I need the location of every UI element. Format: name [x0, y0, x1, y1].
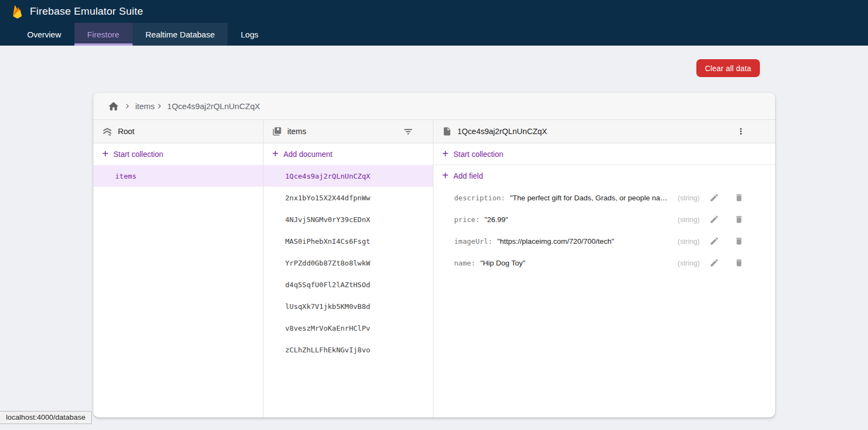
trash-icon: [734, 236, 744, 246]
document-row[interactable]: 4NJvj5NGMv0rY39cEDnX: [263, 208, 433, 230]
field-type-badge: (string): [678, 259, 700, 267]
app-title: Firebase Emulator Suite: [30, 5, 143, 17]
trash-icon: [734, 193, 744, 203]
document-row[interactable]: zCLhZhLLFhEkNGvIj8vo: [263, 339, 433, 361]
collection-panel-title: items: [287, 127, 306, 136]
kebab-menu-icon[interactable]: [736, 127, 746, 136]
breadcrumb-segment: 1Qce4s9aj2rQLnUnCZqX: [155, 102, 260, 111]
field-value: "https://placeimg.com/720/700/tech": [497, 237, 614, 245]
document-row[interactable]: d4q5SqfU0Fl2lAZtHSOd: [263, 274, 433, 295]
nav-tab[interactable]: Firestore: [74, 23, 133, 46]
field-row: price "26.99" (string): [433, 208, 775, 230]
document-row[interactable]: v8veszMrVoKaEnrHClPv: [263, 317, 433, 339]
document-icon: [442, 127, 452, 136]
breadcrumb-link[interactable]: items: [135, 102, 155, 111]
add-icon: +: [442, 148, 449, 159]
field-name: price: [454, 216, 480, 224]
document-row[interactable]: lUsqXk7V1jkb5KM0vB8d: [263, 295, 433, 317]
chevron-right-icon: [155, 102, 164, 111]
add-icon: +: [442, 170, 449, 181]
breadcrumb: items 1Qce4s9aj2rQLnUnCZqX: [93, 93, 775, 120]
add-icon: +: [272, 148, 279, 159]
collection-icon: [272, 127, 282, 136]
firestore-icon: [102, 127, 112, 137]
field-type-badge: (string): [678, 237, 700, 245]
field-row: imageUrl "https://placeimg.com/720/700/t…: [433, 230, 775, 252]
trash-icon: [734, 258, 744, 268]
add-icon: +: [102, 148, 109, 159]
document-panel-title: 1Qce4s9aj2rQLnUnCZqX: [457, 127, 547, 136]
app-header: Firebase Emulator Suite Overview Firesto…: [0, 0, 868, 46]
firebase-flame-icon: [12, 4, 23, 19]
browser-status-tooltip: localhost:4000/database: [0, 411, 92, 424]
field-value: "The perfect gift for Dads, Grads, or pe…: [510, 194, 670, 202]
clear-all-data-button[interactable]: Clear all data: [696, 59, 760, 77]
delete-field-button[interactable]: [734, 214, 744, 224]
field-type-badge: (string): [678, 216, 700, 224]
root-panel-header: Root: [93, 120, 263, 143]
pencil-icon: [709, 236, 719, 246]
document-row[interactable]: 1Qce4s9aj2rQLnUnCZqX: [263, 165, 433, 187]
field-name: imageUrl: [454, 237, 492, 245]
edit-field-button[interactable]: [709, 236, 719, 246]
nav-tab[interactable]: Logs: [228, 23, 272, 46]
document-row[interactable]: 2nx1bYo15X2X44dfpnWw: [263, 187, 433, 208]
pencil-icon: [709, 214, 719, 224]
breadcrumb-link[interactable]: 1Qce4s9aj2rQLnUnCZqX: [167, 102, 260, 111]
collection-row[interactable]: items: [93, 165, 263, 187]
field-value: "26.99": [485, 216, 508, 224]
chevron-right-icon: [123, 102, 132, 111]
breadcrumb-segment: items: [123, 102, 155, 111]
add-field-button[interactable]: + Add field: [433, 165, 775, 187]
field-value: "Hip Dog Toy": [480, 259, 525, 267]
edit-field-button[interactable]: [709, 193, 719, 203]
nav-tab[interactable]: Overview: [14, 23, 74, 46]
filter-icon[interactable]: [403, 127, 413, 137]
delete-field-button[interactable]: [734, 193, 744, 203]
home-icon[interactable]: [108, 100, 119, 112]
edit-field-button[interactable]: [709, 214, 719, 224]
document-panel: 1Qce4s9aj2rQLnUnCZqX + Start collection …: [433, 120, 775, 418]
field-name: description: [454, 194, 505, 202]
nav-tabs: Overview Firestore Realtime Database Log…: [0, 23, 868, 46]
doc-start-collection-button[interactable]: + Start collection: [433, 143, 775, 165]
delete-field-button[interactable]: [734, 258, 744, 268]
field-type-badge: (string): [678, 194, 700, 202]
nav-tab[interactable]: Realtime Database: [133, 23, 228, 46]
document-panel-header: 1Qce4s9aj2rQLnUnCZqX: [433, 120, 775, 143]
start-collection-button[interactable]: + Start collection: [93, 143, 263, 165]
pencil-icon: [709, 258, 719, 268]
field-row: description "The perfect gift for Dads, …: [433, 187, 775, 208]
edit-field-button[interactable]: [709, 258, 719, 268]
delete-field-button[interactable]: [734, 236, 744, 246]
root-panel: Root + Start collection items: [93, 120, 263, 418]
firestore-data-card: items 1Qce4s9aj2rQLnUnCZqX: [93, 93, 775, 418]
trash-icon: [734, 214, 744, 224]
collection-panel: items + Add document 1Qce4s9aj2rQLnUnCZq…: [263, 120, 433, 418]
document-row[interactable]: MAS0iPhebXnI4Cs6Fsgt: [263, 230, 433, 252]
collection-panel-header: items: [263, 120, 433, 143]
field-row: name "Hip Dog Toy" (string): [433, 252, 775, 274]
field-name: name: [454, 259, 475, 267]
pencil-icon: [709, 193, 719, 203]
root-panel-title: Root: [118, 127, 135, 136]
add-document-button[interactable]: + Add document: [263, 143, 433, 165]
document-row[interactable]: YrPZdd0Gb87Zt8o8lwkW: [263, 252, 433, 274]
